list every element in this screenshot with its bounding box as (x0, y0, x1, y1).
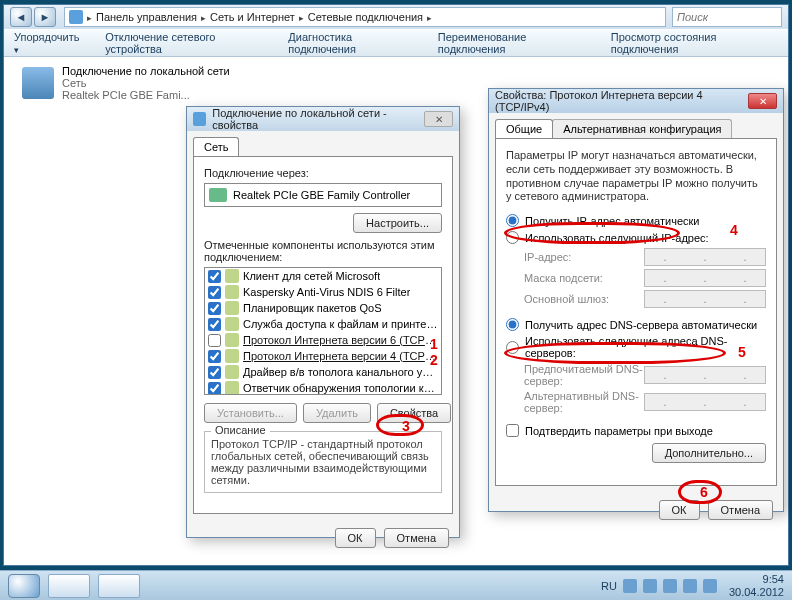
radio-input[interactable] (506, 214, 519, 227)
language-indicator[interactable]: RU (601, 580, 617, 592)
description-text: Протокол TCP/IP - стандартный протокол г… (211, 438, 435, 486)
radio-label: Получить адрес DNS-сервера автоматически (525, 319, 757, 331)
ok-button[interactable]: ОК (659, 500, 700, 520)
ipv4-properties-dialog: Свойства: Протокол Интернета версии 4 (T… (488, 88, 784, 512)
address-bar[interactable]: Панель управления Сеть и Интернет Сетевы… (64, 7, 666, 27)
dns-fields: Предпочитаемый DNS-сервер: Альтернативны… (524, 363, 766, 414)
components-label: Отмеченные компоненты используются этим … (204, 239, 442, 263)
component-checkbox[interactable] (208, 334, 221, 347)
list-item: Планировщик пакетов QoS (205, 300, 441, 316)
tray-icon[interactable] (643, 579, 657, 593)
radio-input[interactable] (506, 318, 519, 331)
connection-adapter: Realtek PCIe GBE Fami... (62, 89, 230, 101)
component-checkbox[interactable] (208, 302, 221, 315)
toolbar-organize[interactable]: Упорядочить (14, 31, 83, 55)
network-icon (193, 112, 206, 126)
component-checkbox[interactable] (208, 382, 221, 395)
connection-name: Подключение по локальной сети (62, 65, 230, 77)
dialog-title-text: Подключение по локальной сети - свойства (212, 107, 424, 131)
toolbar-diagnose[interactable]: Диагностика подключения (288, 31, 416, 55)
search-input[interactable] (672, 7, 782, 27)
tab-network[interactable]: Сеть (193, 137, 239, 156)
toolbar-disable[interactable]: Отключение сетевого устройства (105, 31, 266, 55)
annotation-number: 2 (430, 352, 438, 368)
validate-label: Подтвердить параметры при выходе (525, 425, 713, 437)
dns1-label: Предпочитаемый DNS-сервер: (524, 363, 644, 387)
toolbar-rename[interactable]: Переименование подключения (438, 31, 589, 55)
breadcrumb-item[interactable]: Сетевые подключения (308, 11, 423, 23)
system-tray: RU 9:54 30.04.2012 (601, 573, 784, 597)
close-button[interactable]: ✕ (424, 111, 453, 127)
component-checkbox[interactable] (208, 318, 221, 331)
configure-button[interactable]: Настроить... (353, 213, 442, 233)
list-item-ipv4: Протокол Интернета версии 4 (TCP/IPv4) (205, 348, 441, 364)
dns1-field (644, 366, 766, 384)
dns2-label: Альтернативный DNS-сервер: (524, 390, 644, 414)
list-item: Служба доступа к файлам и принтерам сете… (205, 316, 441, 332)
taskbar-button[interactable] (98, 574, 140, 598)
radio-label: Использовать следующий IP-адрес: (525, 232, 709, 244)
clock[interactable]: 9:54 30.04.2012 (729, 573, 784, 597)
volume-icon[interactable] (703, 579, 717, 593)
properties-button[interactable]: Свойства (377, 403, 451, 423)
annotation-number: 5 (738, 344, 746, 360)
connection-properties-dialog: Подключение по локальной сети - свойства… (186, 106, 460, 538)
ip-label: IP-адрес: (524, 251, 644, 263)
dialog-titlebar[interactable]: Подключение по локальной сети - свойства… (187, 107, 459, 131)
dialog-titlebar[interactable]: Свойства: Протокол Интернета версии 4 (T… (489, 89, 783, 113)
cancel-button[interactable]: Отмена (384, 528, 449, 548)
ip-fields: IP-адрес: Маска подсети: Основной шлюз: (524, 248, 766, 308)
cancel-button[interactable]: Отмена (708, 500, 773, 520)
connect-via-label: Подключение через: (204, 167, 442, 179)
validate-checkbox[interactable] (506, 424, 519, 437)
breadcrumb-sep (427, 11, 432, 23)
validate-checkbox-row[interactable]: Подтвердить параметры при выходе (506, 424, 766, 437)
explorer-titlebar: ◄ ► Панель управления Сеть и Интернет Се… (4, 5, 788, 29)
taskbar[interactable]: RU 9:54 30.04.2012 (0, 570, 792, 600)
nav-forward-button[interactable]: ► (34, 7, 56, 27)
component-checkbox[interactable] (208, 286, 221, 299)
nav-back-button[interactable]: ◄ (10, 7, 32, 27)
component-checkbox[interactable] (208, 350, 221, 363)
adapter-field: Realtek PCIe GBE Family Controller (204, 183, 442, 207)
remove-button[interactable]: Удалить (303, 403, 371, 423)
breadcrumb-item[interactable]: Сеть и Интернет (210, 11, 295, 23)
radio-input[interactable] (506, 341, 519, 354)
annotation-number: 4 (730, 222, 738, 238)
radio-auto-ip[interactable]: Получить IP-адрес автоматически (506, 214, 766, 227)
tab-alternate[interactable]: Альтернативная конфигурация (552, 119, 732, 138)
clock-time: 9:54 (729, 573, 784, 585)
taskbar-button[interactable] (48, 574, 90, 598)
breadcrumb-sep (201, 11, 206, 23)
list-item: Клиент для сетей Microsoft (205, 268, 441, 284)
dialog-title-text: Свойства: Протокол Интернета версии 4 (T… (495, 89, 748, 113)
radio-manual-dns[interactable]: Использовать следующие адреса DNS-сервер… (506, 335, 766, 359)
breadcrumb-item[interactable]: Панель управления (96, 11, 197, 23)
radio-manual-ip[interactable]: Использовать следующий IP-адрес: (506, 231, 766, 244)
flag-icon[interactable] (663, 579, 677, 593)
tab-general[interactable]: Общие (495, 119, 553, 138)
connection-item[interactable]: Подключение по локальной сети Сеть Realt… (22, 65, 230, 101)
network-tray-icon[interactable] (683, 579, 697, 593)
radio-label: Использовать следующие адреса DNS-сервер… (525, 335, 766, 359)
mask-field (644, 269, 766, 287)
close-button[interactable]: ✕ (748, 93, 777, 109)
install-button[interactable]: Установить... (204, 403, 297, 423)
radio-label: Получить IP-адрес автоматически (525, 215, 699, 227)
toolbar-status[interactable]: Просмотр состояния подключения (611, 31, 778, 55)
components-list[interactable]: Клиент для сетей Microsoft Kaspersky Ant… (204, 267, 442, 395)
ok-button[interactable]: ОК (335, 528, 376, 548)
radio-input[interactable] (506, 231, 519, 244)
component-checkbox[interactable] (208, 270, 221, 283)
component-checkbox[interactable] (208, 366, 221, 379)
annotation-number: 1 (430, 336, 438, 352)
network-adapter-icon (22, 67, 54, 99)
tray-icon[interactable] (623, 579, 637, 593)
advanced-button[interactable]: Дополнительно... (652, 443, 766, 463)
start-button[interactable] (8, 574, 40, 598)
clock-date: 30.04.2012 (729, 586, 784, 598)
list-item-ipv6: Протокол Интернета версии 6 (TCP/IPv6) (205, 332, 441, 348)
connection-labels: Подключение по локальной сети Сеть Realt… (62, 65, 230, 101)
radio-auto-dns[interactable]: Получить адрес DNS-сервера автоматически (506, 318, 766, 331)
tab-panel: Параметры IP могут назначаться автоматич… (495, 138, 777, 486)
